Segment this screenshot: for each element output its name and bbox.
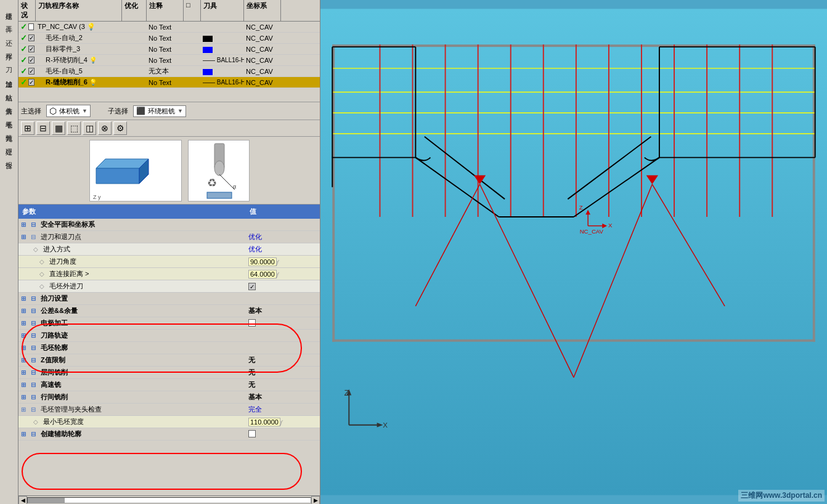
toolbar-btn-4[interactable]: ⬚ xyxy=(67,121,81,135)
sidebar-station[interactable]: 航站 xyxy=(1,83,18,95)
hscroll-thumb[interactable] xyxy=(28,498,65,503)
angle-input[interactable]: 90.0000 xyxy=(248,258,277,266)
op-name-4: R-环绕切削_4 💡 xyxy=(36,55,122,65)
op-note-3: No Text xyxy=(147,45,184,54)
hscroll[interactable]: ◀ ▶ xyxy=(18,495,320,504)
param-row-stock-contour[interactable]: ⊞ ⊟ 毛坯轮廓 xyxy=(18,342,320,354)
param-value-aux xyxy=(246,429,320,439)
group-icon-safety: ⊟ xyxy=(28,221,38,228)
sidebar-workpiece[interactable]: 工件 xyxy=(1,15,18,27)
hscroll-left[interactable]: ◀ xyxy=(18,496,27,505)
param-name-between: 层间铣削 xyxy=(38,367,246,378)
op-coord-4: NC_CAV xyxy=(244,56,281,65)
aux-checkbox[interactable] xyxy=(248,430,256,437)
sidebar-filter[interactable]: 加过滤 xyxy=(1,69,18,81)
expand-icon-rowmill: ⊞ xyxy=(18,394,28,400)
toolbar-btn-6[interactable]: ⊗ xyxy=(98,121,112,135)
param-row-tolerance[interactable]: ⊞ ⊟ 公差&&余量 基本 xyxy=(18,305,320,317)
param-row-stock-check[interactable]: ⊞ ⊟ 毛坯管理与夹头检查 完全 xyxy=(18,404,320,416)
op-tool-4: —— BALL16-H xyxy=(201,56,244,64)
header-opt: 优化 xyxy=(122,0,147,21)
sidebar-report[interactable]: 报告 xyxy=(1,150,18,163)
header-tp: □ xyxy=(184,0,201,21)
expand-icon-tolerance: ⊞ xyxy=(18,307,28,314)
param-row-lift[interactable]: ⊞ ⊟ 抬刀设置 xyxy=(18,293,320,305)
status-icon-6: ✓ ✓ xyxy=(18,77,36,87)
diamond-icon-angle: ◇ xyxy=(37,258,47,265)
dist-input[interactable]: 64.0000 xyxy=(248,270,277,278)
expand-icon-aux: ⊞ xyxy=(18,431,28,437)
group-icon-aux: ⊟ xyxy=(28,431,38,437)
op-row-1[interactable]: ✓ TP_NC_CAV (3 💡 No Text NC_CAV xyxy=(18,22,320,33)
sub-select-dropdown[interactable]: ⬛ 环绕粗铣 ▼ xyxy=(133,105,186,117)
main-select-dropdown[interactable]: ⬡ 体积铣 ▼ xyxy=(46,105,91,117)
param-name-entry: 进刀和退刀点 xyxy=(38,232,246,242)
param-row-direct-dist[interactable]: ◇ 直连接距离 > 64.0000𝑓 xyxy=(18,268,320,280)
param-name-zlimit: Z值限制 xyxy=(38,355,246,365)
minwidth-input[interactable]: 110.0000 xyxy=(248,418,280,426)
svg-marker-0 xyxy=(96,168,139,184)
op-row-4[interactable]: ✓ ✓ R-环绕切削_4 💡 No Text —— BALL16-H NC_CA… xyxy=(18,55,320,66)
param-name-outer: 毛坯外进刀 xyxy=(47,281,246,291)
param-row-electrode[interactable]: ⊞ ⊟ 电极加工 xyxy=(18,317,320,330)
param-row-safety[interactable]: ⊞ ⊟ 安全平面和坐标系 xyxy=(18,219,320,231)
outer-checkbox[interactable]: ✓ xyxy=(248,283,256,290)
op-coord-2: NC_CAV xyxy=(244,34,281,43)
op-note-1: No Text xyxy=(147,23,184,31)
param-row-toolpath[interactable]: ⊞ ⊟ 刀路轨迹 xyxy=(18,330,320,342)
toolbar-btn-1[interactable]: ⊞ xyxy=(21,121,35,135)
electrode-checkbox[interactable] xyxy=(248,319,256,327)
sidebar-undo[interactable]: 还 xyxy=(1,28,18,41)
param-row-entry-angle[interactable]: ◇ 进刀角度 90.0000𝑓 xyxy=(18,256,320,268)
param-row-zlimit[interactable]: ⊞ ⊟ Z值限制 无 xyxy=(18,354,320,367)
op-note-4: No Text xyxy=(147,56,184,65)
op-opt-4 xyxy=(122,60,147,61)
sidebar-modeling[interactable]: 建模 xyxy=(1,1,18,14)
op-name-1: TP_NC_CAV (3 💡 xyxy=(36,22,122,31)
param-name-electrode: 电极加工 xyxy=(38,318,246,328)
main-select-value: 体积铣 xyxy=(59,107,79,116)
op-row-2[interactable]: ✓ ✓ 毛坯-自动_2 No Text NC_CAV xyxy=(18,33,320,44)
param-row-min-width[interactable]: ◇ 最小毛坯宽度 110.0000𝑓 xyxy=(18,416,320,428)
param-row-highspeed[interactable]: ⊞ ⊟ 高速铣 无 xyxy=(18,379,320,391)
op-opt-3 xyxy=(122,49,147,50)
op-row-6[interactable]: ✓ ✓ R-缝绕粗削_6 💡 No Text —— BALL16-H NC_CA… xyxy=(18,77,320,88)
preview-area: Z y x ♻ α xyxy=(18,137,320,205)
op-tp-1 xyxy=(184,26,201,28)
group-icon-entry: ⊟ xyxy=(28,234,38,240)
op-opt-1 xyxy=(122,26,147,28)
status-icon-1: ✓ xyxy=(18,22,36,32)
toolbar-btn-7[interactable]: ⚙ xyxy=(113,121,127,135)
param-name-angle: 进刀角度 xyxy=(47,256,246,267)
param-row-aux-contour[interactable]: ⊞ ⊟ 创建辅助轮廓 xyxy=(18,428,320,441)
param-row-entry[interactable]: ⊞ ⊟ 进刀和退刀点 优化 xyxy=(18,231,320,243)
toolbar-btn-3[interactable]: ▦ xyxy=(52,121,65,135)
sidebar-process[interactable]: 处理 xyxy=(1,137,18,149)
group-icon-zlimit: ⊟ xyxy=(28,357,38,364)
sidebar-program[interactable]: 程序 xyxy=(1,42,18,54)
param-row-entry-mode[interactable]: ◇ 进入方式 优化 xyxy=(18,243,320,256)
op-row-3[interactable]: ✓ ✓ 目标零件_3 No Text NC_CAV xyxy=(18,44,320,55)
toolbar-btn-2[interactable]: ⊟ xyxy=(36,121,50,135)
status-icon-2: ✓ ✓ xyxy=(18,33,36,43)
header-coord: 坐标系 xyxy=(244,0,281,21)
param-value-zlimit: 无 xyxy=(246,355,320,365)
group-icon-lift: ⊟ xyxy=(28,295,38,302)
params-spacer xyxy=(18,441,320,453)
sidebar-stock[interactable]: 卡毛坯 xyxy=(1,110,18,122)
status-icon-3: ✓ ✓ xyxy=(18,44,36,54)
expand-icon-lift: ⊞ xyxy=(18,295,28,302)
sidebar-tool[interactable]: 刀 xyxy=(1,55,18,68)
op-opt-6 xyxy=(122,82,147,83)
op-row-5[interactable]: ✓ ✓ 毛坯-自动_5 无文本 NC_CAV xyxy=(18,66,320,77)
sidebar-simulation[interactable]: 卡仿真 xyxy=(1,96,18,108)
op-coord-5: NC_CAV xyxy=(244,67,281,76)
param-row-between-mill[interactable]: ⊞ ⊟ 层间铣削 无 xyxy=(18,367,320,379)
sidebar-aux[interactable]: 分九辅 xyxy=(1,123,18,136)
param-row-outer-entry[interactable]: ◇ 毛坯外进刀 ✓ xyxy=(18,280,320,293)
svg-text:x: x xyxy=(93,199,96,201)
toolbar-btn-5[interactable]: ◫ xyxy=(83,121,96,135)
param-name-stockcheck: 毛坯管理与夹头检查 xyxy=(38,404,246,415)
hscroll-right[interactable]: ▶ xyxy=(311,496,320,505)
param-row-rowmill[interactable]: ⊞ ⊟ 行间铣削 基本 xyxy=(18,391,320,404)
